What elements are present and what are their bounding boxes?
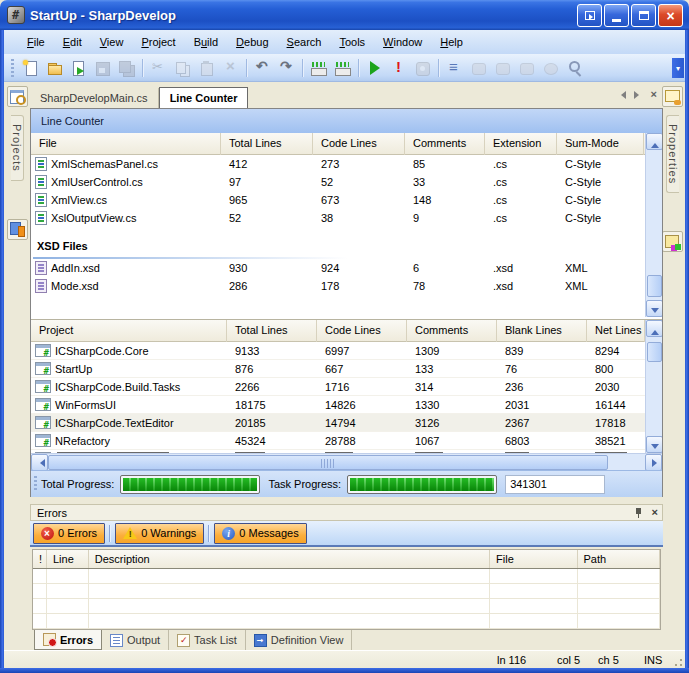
table-row[interactable]: WinFormsUI18175148261330203116144: [31, 396, 645, 414]
tab-sharpdevelopmain-cs[interactable]: SharpDevelopMain.cs: [30, 88, 159, 108]
new-file-button[interactable]: [19, 57, 42, 79]
scroll-up-icon[interactable]: [646, 133, 662, 150]
resize-grip[interactable]: [672, 656, 684, 668]
column-header-extension[interactable]: Extension: [485, 133, 557, 155]
close-tab-icon[interactable]: ×: [651, 89, 657, 100]
menu-item-build[interactable]: Build: [185, 33, 227, 51]
run-button[interactable]: [363, 57, 386, 79]
scroll-up-icon[interactable]: [646, 320, 662, 337]
column-header-comments[interactable]: Comments: [407, 320, 497, 342]
column-header-total-lines[interactable]: Total Lines: [221, 133, 313, 155]
projects-table-scrollbar[interactable]: [645, 320, 662, 453]
column-header-code-lines[interactable]: Code Lines: [317, 320, 407, 342]
search-button[interactable]: [563, 57, 586, 79]
progress-bar-row: Total Progress: Task Progress: 341301: [31, 470, 662, 497]
tab-definition-view[interactable]: Definition View: [246, 630, 353, 650]
menu-item-edit[interactable]: Edit: [54, 33, 91, 51]
column-header-total-lines[interactable]: Total Lines: [227, 320, 317, 342]
new-project-button[interactable]: [67, 57, 90, 79]
float-window-button[interactable]: [577, 4, 602, 27]
column-header-net-lines[interactable]: Net Lines: [587, 320, 645, 342]
close-panel-icon[interactable]: ×: [652, 507, 658, 518]
scroll-tabs-left-icon[interactable]: [617, 91, 626, 99]
table-row[interactable]: XslOutputView.cs52389.csC-Style: [31, 209, 645, 227]
table-row[interactable]: XmlView.cs965673148.csC-Style: [31, 191, 645, 209]
status-line: ln 116: [497, 654, 526, 666]
build-button[interactable]: [307, 57, 330, 79]
column-header-project[interactable]: Project: [31, 320, 227, 342]
table-row[interactable]: NRefactory45324287881067680338521: [31, 432, 645, 450]
cell: 133: [407, 363, 497, 375]
pin-icon[interactable]: [634, 507, 644, 519]
total-progress-bar: [120, 475, 260, 494]
close-button[interactable]: ×: [658, 4, 683, 27]
table-row[interactable]: XmlSchemasPanel.cs41227385.csC-Style: [31, 155, 645, 173]
toggle-0-messages-button[interactable]: 0 Messages: [214, 523, 306, 544]
toolbar-grip[interactable]: [11, 59, 14, 77]
cell: 14794: [317, 417, 407, 429]
table-row[interactable]: XmlUserControl.cs975233.csC-Style: [31, 173, 645, 191]
toggle-0-errors-button[interactable]: 0 Errors: [33, 523, 105, 544]
toggle-0-warnings-button[interactable]: 0 Warnings: [115, 523, 204, 544]
menu-item-help[interactable]: Help: [431, 33, 472, 51]
scroll-tabs-right-icon[interactable]: [634, 91, 643, 99]
toolbox-pad-icon[interactable]: [662, 231, 683, 252]
scroll-down-icon[interactable]: [646, 300, 662, 317]
scrollbar-thumb[interactable]: [647, 342, 662, 362]
column-header-file[interactable]: File: [31, 133, 221, 155]
title-bar[interactable]: StartUp - SharpDevelop ×: [0, 0, 689, 30]
projects-pad-icon[interactable]: [7, 86, 28, 107]
minimize-button[interactable]: [604, 4, 629, 27]
cell: .cs: [485, 158, 557, 170]
scroll-left-icon[interactable]: [31, 454, 48, 471]
toolbar-overflow-button[interactable]: ▾: [672, 58, 684, 78]
column-header-path[interactable]: Path: [578, 550, 660, 568]
classes-pad-icon[interactable]: [7, 219, 28, 240]
redo-button[interactable]: [275, 57, 298, 79]
horizontal-scrollbar[interactable]: [31, 453, 662, 470]
column-header-comments[interactable]: Comments: [405, 133, 485, 155]
tab-output[interactable]: Output: [102, 630, 169, 650]
errors-panel-titlebar[interactable]: Errors ×: [30, 504, 663, 521]
tab-line-counter[interactable]: Line Counter: [159, 87, 249, 108]
scrollbar-thumb[interactable]: [647, 275, 662, 297]
errors-tab-icon: [43, 633, 56, 646]
column-header-blank-lines[interactable]: Blank Lines: [497, 320, 587, 342]
scroll-down-icon[interactable]: [646, 436, 662, 453]
menu-item-window[interactable]: Window: [374, 33, 431, 51]
properties-pad-icon[interactable]: [662, 86, 683, 107]
menu-item-tools[interactable]: Tools: [330, 33, 374, 51]
column-header-description[interactable]: Description: [89, 550, 490, 568]
scroll-right-icon[interactable]: [645, 454, 662, 471]
maximize-button[interactable]: [631, 4, 656, 27]
bookmark-list-button[interactable]: [443, 57, 466, 79]
table-row[interactable]: Mode.xsd28617878.xsdXML: [31, 277, 645, 295]
table-row[interactable]: ICSharpCode.TextEditor201851479431262367…: [31, 414, 645, 432]
menu-item-project[interactable]: Project: [132, 33, 184, 51]
open-button[interactable]: [43, 57, 66, 79]
undo-button[interactable]: [251, 57, 274, 79]
menu-item-search[interactable]: Search: [278, 33, 331, 51]
table-row[interactable]: ICSharpCode.Core9133699713098398294: [31, 342, 645, 360]
column-header-sum-mode[interactable]: Sum-Mode: [557, 133, 644, 155]
tab-errors[interactable]: Errors: [34, 630, 102, 650]
column-header-[interactable]: !: [33, 550, 47, 568]
column-header-code-lines[interactable]: Code Lines: [313, 133, 405, 155]
menu-item-view[interactable]: View: [91, 33, 133, 51]
scrollbar-thumb[interactable]: [48, 455, 608, 470]
progress-row-grip[interactable]: [34, 476, 37, 492]
rebuild-button[interactable]: [331, 57, 354, 79]
table-row[interactable]: AddIn.xsd9309246.xsdXML: [31, 259, 645, 277]
properties-pad-tab[interactable]: Properties: [666, 115, 679, 193]
csharp-project-icon: [35, 344, 51, 357]
menu-item-debug[interactable]: Debug: [227, 33, 277, 51]
files-table-scrollbar[interactable]: [645, 133, 662, 317]
tab-task-list[interactable]: Task List: [169, 630, 246, 650]
table-row[interactable]: ICSharpCode.Build.Tasks22661716314236203…: [31, 378, 645, 396]
abort-button[interactable]: [387, 57, 410, 79]
menu-item-file[interactable]: File: [18, 33, 54, 51]
table-row[interactable]: StartUp87666713376800: [31, 360, 645, 378]
column-header-line[interactable]: Line: [47, 550, 89, 568]
projects-pad-tab[interactable]: Projects: [11, 115, 24, 181]
column-header-file[interactable]: File: [490, 550, 577, 568]
